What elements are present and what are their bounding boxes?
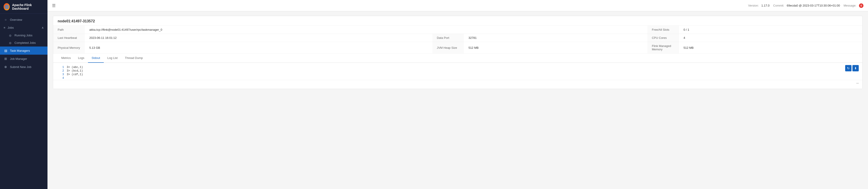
tab-logs[interactable]: Logs <box>74 53 88 63</box>
heartbeat-value: 2023-06-11 16:01:12 <box>85 34 432 42</box>
logo-icon: 🌀 <box>4 5 9 9</box>
topbar: ☰ Version: 1.17.0 Commit: 69ecda0 @ 2023… <box>48 0 868 11</box>
completed-jobs-icon: ◎ <box>8 41 12 44</box>
sidebar-item-submit-new-job[interactable]: ⊕ Submit New Job <box>0 63 48 71</box>
sidebar-group-jobs-label: Jobs <box>8 26 14 29</box>
sidebar-nav: ○ Overview ≡ Jobs ∧ ◎ Running Jobs ◎ Com… <box>0 14 48 189</box>
stdout-area: ↻ ⬇ 1 3> (abc,1) 2 3> (bcd,1) 3 3> (cdf,… <box>53 63 862 89</box>
sidebar-item-task-managers[interactable]: ▤ Task Managers <box>0 46 48 54</box>
stdout-line-3: 3 3> (cdf,1) <box>53 73 862 76</box>
line-content-2: 3> (bcd,1) <box>67 69 83 73</box>
line-content-3: 3> (cdf,1) <box>67 73 83 76</box>
flink-mem-label: Flink Managed Memory <box>647 42 679 53</box>
table-row: Physical Memory 5.13 GB JVM Heap Size 51… <box>53 42 862 53</box>
tabs-bar: Metrics Logs Stdout Log List Thread Dump <box>53 53 862 63</box>
tab-metrics[interactable]: Metrics <box>58 53 74 63</box>
flink-mem-value: 512 MB <box>679 42 862 53</box>
stdout-line-2: 2 3> (bcd,1) <box>53 69 862 73</box>
sidebar: 🌀 Apache Flink Dashboard ○ Overview ≡ Jo… <box>0 0 48 189</box>
node-title: node01:41497-313572 <box>53 16 862 26</box>
app-logo: 🌀 <box>4 3 10 10</box>
hamburger-icon[interactable]: ☰ <box>52 3 56 8</box>
message-label: Message: <box>844 4 856 7</box>
tab-stdout[interactable]: Stdout <box>88 53 104 63</box>
table-row: Path akka.tcp://flink@node01:41497/user/… <box>53 26 862 34</box>
phys-mem-value: 5.13 GB <box>85 42 432 53</box>
jobs-chevron-icon: ∧ <box>41 26 44 29</box>
download-button[interactable]: ⬇ <box>852 65 859 71</box>
running-jobs-icon: ◎ <box>8 34 12 37</box>
line-number-4: 4 <box>58 77 64 80</box>
sidebar-item-job-manager-label: Job Manager <box>10 57 27 61</box>
tab-thread-dump[interactable]: Thread Dump <box>121 53 146 63</box>
sidebar-item-job-manager[interactable]: ⊞ Job Manager <box>0 54 48 63</box>
stdout-bottom-bar: — <box>53 80 862 86</box>
cpu-cores-value: 4 <box>679 34 862 42</box>
stdout-line-1: 1 3> (abc,1) <box>53 66 862 69</box>
content-area: node01:41497-313572 Path akka.tcp://flin… <box>48 11 868 189</box>
jvm-heap-value: 512 MB <box>464 42 647 53</box>
line-number-1: 1 <box>58 66 64 69</box>
stdout-line-4: 4 <box>53 76 862 80</box>
task-managers-icon: ▤ <box>4 49 8 52</box>
commit-value: 69ecda0 @ 2023-03-17T10:30:06+01:00 <box>787 4 840 7</box>
app-title: Apache Flink Dashboard <box>12 3 44 10</box>
sidebar-item-overview[interactable]: ○ Overview <box>0 15 48 24</box>
cpu-cores-label: CPU Cores <box>647 34 679 42</box>
line-number-3: 3 <box>58 73 64 76</box>
tab-log-list[interactable]: Log List <box>104 53 121 63</box>
heartbeat-label: Last Heartbeat <box>53 34 85 42</box>
submit-job-icon: ⊕ <box>4 65 8 69</box>
job-manager-icon: ⊞ <box>4 57 8 61</box>
stdout-toolbar: ↻ ⬇ <box>845 65 859 71</box>
path-value: akka.tcp://flink@node01:41497/user/rpc/t… <box>85 26 647 34</box>
version-label: Version: <box>748 4 759 7</box>
sidebar-item-submit-new-job-label: Submit New Job <box>10 65 31 69</box>
sidebar-item-completed-jobs[interactable]: ◎ Completed Jobs <box>0 39 48 46</box>
info-table: Path akka.tcp://flink@node01:41497/user/… <box>53 26 862 53</box>
node-card: node01:41497-313572 Path akka.tcp://flin… <box>53 16 863 89</box>
free-slots-label: Free/All Slots <box>647 26 679 34</box>
free-slots-value: 0 / 1 <box>679 26 862 34</box>
sidebar-item-running-jobs[interactable]: ◎ Running Jobs <box>0 32 48 39</box>
sidebar-item-overview-label: Overview <box>10 18 22 22</box>
sidebar-header: 🌀 Apache Flink Dashboard <box>0 0 48 14</box>
overview-icon: ○ <box>4 18 8 22</box>
data-port-label: Data Port <box>432 34 464 42</box>
jvm-heap-label: JVM Heap Size <box>432 42 464 53</box>
line-number-2: 2 <box>58 69 64 73</box>
table-row: Last Heartbeat 2023-06-11 16:01:12 Data … <box>53 34 862 42</box>
sidebar-item-task-managers-label: Task Managers <box>10 49 30 52</box>
data-port-value: 32781 <box>464 34 647 42</box>
sidebar-item-running-jobs-label: Running Jobs <box>14 34 33 37</box>
message-badge: 0 <box>859 3 864 8</box>
commit-label: Commit: <box>773 4 784 7</box>
sidebar-group-jobs[interactable]: ≡ Jobs ∧ <box>0 24 48 32</box>
sidebar-item-completed-jobs-label: Completed Jobs <box>14 41 36 44</box>
path-label: Path <box>53 26 85 34</box>
jobs-icon: ≡ <box>4 26 5 29</box>
line-content-1: 3> (abc,1) <box>67 66 83 69</box>
phys-mem-label: Physical Memory <box>53 42 85 53</box>
scroll-minus-button[interactable]: — <box>856 81 859 85</box>
main-area: ☰ Version: 1.17.0 Commit: 69ecda0 @ 2023… <box>48 0 868 189</box>
version-value: 1.17.0 <box>761 4 769 7</box>
refresh-button[interactable]: ↻ <box>845 65 851 71</box>
